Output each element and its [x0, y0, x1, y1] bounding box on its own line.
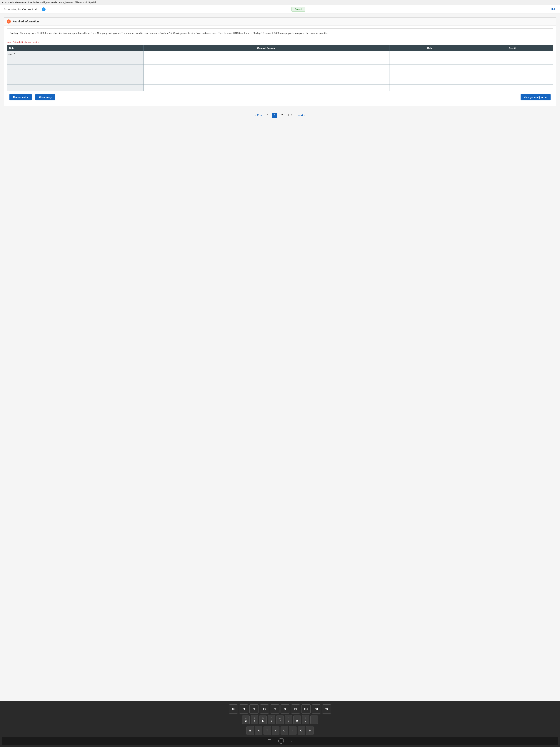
page-5[interactable]: 5 — [265, 113, 270, 118]
key-f8[interactable]: F8 — [281, 704, 290, 714]
key-y[interactable]: Y — [272, 726, 279, 735]
prev-button[interactable]: ‹ Prev — [256, 114, 262, 117]
debit-input-3[interactable] — [391, 73, 470, 76]
journal-credit-cell-0[interactable] — [471, 51, 553, 58]
journal-credit-cell-4[interactable] — [471, 78, 553, 84]
app-container: Accounting for Current Liabi... i Saved … — [0, 5, 560, 701]
credit-input-0[interactable] — [473, 53, 552, 56]
general-input-2[interactable] — [145, 67, 388, 69]
next-label: Next — [298, 114, 303, 117]
credit-header: Credit — [471, 45, 553, 51]
app-header: Accounting for Current Liabi... i Saved … — [0, 5, 560, 14]
key-f12[interactable]: F12 — [322, 704, 331, 714]
page-7[interactable]: 7 — [279, 113, 285, 118]
journal-general-cell-5[interactable] — [143, 84, 389, 91]
journal-area: Note: Enter debits before credits. Date … — [7, 41, 553, 103]
general-input-5[interactable] — [145, 86, 388, 89]
key-6[interactable]: ^6 — [268, 715, 275, 724]
key-f5[interactable]: F5 — [249, 704, 259, 714]
journal-credit-cell-2[interactable] — [471, 64, 553, 71]
note-text: Note: Enter debits before credits. — [7, 41, 553, 44]
keyboard-area: F3 F4 F5 F6 F7 F8 F9 F10 F11 F12 #3 $4 %… — [0, 701, 560, 747]
journal-debit-cell-4[interactable] — [389, 78, 471, 84]
debit-input-1[interactable] — [391, 60, 470, 62]
key-9[interactable]: (9 — [293, 715, 301, 724]
journal-general-cell-3[interactable] — [143, 71, 389, 78]
saved-badge: Saved — [292, 7, 305, 12]
journal-general-cell-2[interactable] — [143, 64, 389, 71]
info-icon[interactable]: i — [42, 7, 46, 11]
key-i[interactable]: I — [289, 726, 296, 735]
debit-input-0[interactable] — [391, 53, 470, 56]
key-f3[interactable]: F3 — [229, 704, 238, 714]
bars-icon[interactable]: ☰ — [268, 739, 271, 743]
general-input-0[interactable] — [145, 53, 388, 56]
credit-input-3[interactable] — [473, 73, 552, 76]
key-4[interactable]: $4 — [251, 715, 258, 724]
key-u[interactable]: U — [281, 726, 288, 735]
key-3[interactable]: #3 — [242, 715, 250, 724]
journal-general-cell-4[interactable] — [143, 78, 389, 84]
key-f9[interactable]: F9 — [291, 704, 300, 714]
credit-input-4[interactable] — [473, 80, 552, 82]
grid-icon[interactable]: ⁝ — [294, 113, 295, 117]
key-f4[interactable]: F4 — [239, 704, 248, 714]
general-journal-header: General Journal — [143, 45, 389, 51]
credit-input-2[interactable] — [473, 67, 552, 69]
key-e[interactable]: E — [246, 726, 254, 735]
debit-input-5[interactable] — [391, 86, 470, 89]
key-o[interactable]: O — [298, 726, 305, 735]
general-input-3[interactable] — [145, 73, 388, 76]
required-info-section: ! Required information Coolidge Company … — [4, 18, 556, 106]
prev-chevron-icon: ‹ — [256, 114, 257, 117]
credit-input-5[interactable] — [473, 86, 552, 89]
journal-general-cell-1[interactable] — [143, 58, 389, 64]
chevron-right-icon[interactable]: ‹ — [291, 739, 293, 743]
key-f7[interactable]: F7 — [270, 704, 279, 714]
function-key-row: F3 F4 F5 F6 F7 F8 F9 F10 F11 F12 — [2, 704, 558, 714]
bottom-bar: ☰ ○ ‹ — [2, 737, 558, 745]
page-6-current[interactable]: 6 — [272, 113, 277, 118]
key-t[interactable]: T — [264, 726, 271, 735]
general-input-1[interactable] — [145, 60, 388, 62]
key-8[interactable]: *8 — [285, 715, 292, 724]
key-0[interactable]: )0 — [302, 715, 309, 724]
circle-icon: ○ — [280, 739, 282, 743]
journal-date-cell-2 — [7, 64, 143, 71]
journal-debit-cell-5[interactable] — [389, 84, 471, 91]
key-minus[interactable]: - — [310, 715, 318, 724]
next-chevron-icon: › — [304, 114, 304, 117]
browser-bar: ezto.mheducation.com/ext/map/index.html?… — [0, 0, 560, 5]
debit-input-4[interactable] — [391, 80, 470, 82]
journal-debit-cell-2[interactable] — [389, 64, 471, 71]
journal-credit-cell-5[interactable] — [471, 84, 553, 91]
credit-input-1[interactable] — [473, 60, 552, 62]
key-f11[interactable]: F11 — [312, 704, 321, 714]
required-info-header: ! Required information — [4, 18, 556, 26]
next-button[interactable]: Next › — [298, 114, 304, 117]
required-info-label: Required information — [12, 20, 39, 23]
debit-input-2[interactable] — [391, 67, 470, 69]
date-header: Date — [7, 45, 143, 51]
general-input-4[interactable] — [145, 80, 388, 82]
key-f6[interactable]: F6 — [260, 704, 269, 714]
journal-credit-cell-1[interactable] — [471, 58, 553, 64]
main-content: ! Required information Coolidge Company … — [0, 14, 560, 701]
home-button[interactable]: ○ — [278, 738, 284, 744]
view-general-journal-button[interactable]: View general journal — [521, 94, 551, 100]
help-link[interactable]: Help — [551, 8, 556, 11]
problem-description: Coolidge Company owes $1,000 for merchan… — [7, 28, 553, 38]
key-f10[interactable]: F10 — [301, 704, 311, 714]
journal-credit-cell-3[interactable] — [471, 71, 553, 78]
record-entry-button[interactable]: Record entry — [9, 94, 32, 100]
key-5[interactable]: %5 — [259, 715, 267, 724]
journal-debit-cell-3[interactable] — [389, 71, 471, 78]
journal-debit-cell-0[interactable] — [389, 51, 471, 58]
key-p[interactable]: P — [306, 726, 314, 735]
key-r[interactable]: R — [255, 726, 262, 735]
clear-entry-button[interactable]: Clear entry — [35, 94, 55, 100]
journal-debit-cell-1[interactable] — [389, 58, 471, 64]
journal-general-cell-0[interactable] — [143, 51, 389, 58]
pagination: ‹ Prev 5 6 7 of 19 ⁝ Next › — [4, 110, 556, 121]
key-7[interactable]: &7 — [276, 715, 284, 724]
